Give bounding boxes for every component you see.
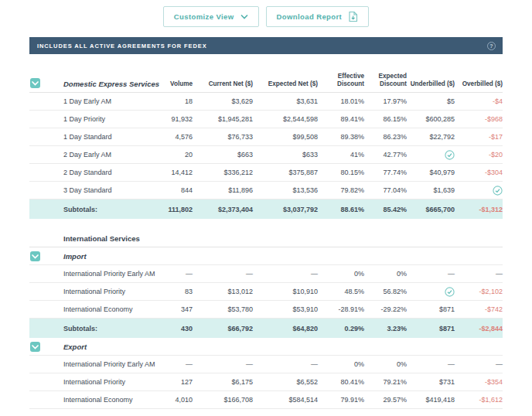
cell-value: $13,012 — [193, 288, 253, 295]
cell-value: 0.29% — [318, 325, 364, 332]
service-label: International Economy — [48, 305, 146, 313]
cell-value: $336,212 — [193, 169, 253, 176]
cell-value: 0% — [364, 360, 407, 368]
section-header-row: Domestic Express ServicesVolumeCurrent N… — [29, 70, 503, 93]
cell-value: 80.15% — [318, 169, 364, 176]
cell-value: 0% — [318, 270, 364, 278]
cell-value: — — [193, 270, 253, 278]
cell-value: 41% — [318, 151, 364, 159]
cell-value: -$17 — [455, 133, 503, 141]
cell-value: 48.5% — [318, 288, 364, 295]
cell-value: $3,629 — [193, 97, 253, 105]
section-title: Import — [48, 252, 146, 261]
column-header: Underbilled ($) — [407, 80, 455, 88]
cell-value: $76,733 — [193, 133, 253, 141]
cell-value — [455, 186, 503, 196]
cell-value: 18.01% — [318, 97, 364, 105]
cell-value: 0% — [364, 270, 407, 278]
cell-value: $1,945,281 — [193, 115, 253, 123]
cell-value: $419,418 — [407, 396, 455, 404]
cell-value: -$2,102 — [455, 288, 503, 295]
cell-value: 20 — [146, 151, 193, 159]
cell-value — [407, 287, 455, 297]
cell-value: $375,887 — [253, 169, 318, 176]
cell-value: $6,552 — [253, 378, 318, 386]
cell-value: 844 — [146, 186, 193, 194]
cell-value: $66,792 — [193, 325, 253, 332]
cell-value: 111,802 — [146, 206, 193, 213]
toolbar: Customize View Download Report — [0, 6, 532, 27]
section-checkbox[interactable] — [30, 78, 40, 88]
service-label: 2 Day Early AM — [48, 151, 146, 159]
download-file-icon — [348, 11, 358, 22]
table-row: International Economy4,010$166,708$584,5… — [29, 391, 503, 409]
cell-value: 79.21% — [364, 378, 407, 386]
cell-value: $5 — [407, 97, 455, 105]
service-label: 2 Day Standard — [48, 169, 146, 176]
section-checkbox[interactable] — [30, 342, 40, 352]
cell-value: $40,979 — [407, 169, 455, 176]
chevron-down-icon — [240, 14, 248, 19]
cell-value: 77.04% — [364, 186, 407, 194]
table-row: 1 Day Standard4,576$76,733$99,50889.38%8… — [29, 128, 503, 146]
table-row: 2 Day Standard14,412$336,212$375,88780.1… — [29, 164, 503, 182]
cell-value: $53,910 — [253, 305, 318, 313]
subtotals-label: Subtotals: — [48, 325, 146, 332]
service-label: 1 Day Early AM — [48, 97, 146, 105]
cell-value: — — [146, 360, 193, 368]
cell-value: 89.41% — [318, 115, 364, 123]
table-row: 2 Day Early AM20$663$63341%42.77%-$20 — [29, 146, 503, 164]
download-report-button[interactable]: Download Report — [266, 6, 370, 27]
cell-value: 77.74% — [364, 169, 407, 176]
table-row: 1 Day Priority91,932$1,945,281$2,544,598… — [29, 111, 503, 128]
cell-value: -$4 — [455, 97, 503, 105]
check-circle-icon — [445, 150, 455, 160]
service-label: 1 Day Standard — [48, 133, 146, 141]
check-circle-icon — [493, 186, 503, 196]
cell-value: $633 — [253, 151, 318, 159]
cell-value: $99,508 — [253, 133, 318, 141]
cell-value: $10,910 — [253, 288, 318, 295]
cell-value: $3,631 — [253, 97, 318, 105]
section-title: Domestic Express Services — [48, 80, 146, 88]
banner: INCLUDES ALL ACTIVE AGREEMENTS FOR FEDEX… — [29, 37, 503, 54]
customize-view-button[interactable]: Customize View — [163, 6, 259, 27]
checkbox-cell — [29, 251, 48, 261]
cell-value: — — [193, 360, 253, 368]
subtotals-row: Subtotals:430$66,792$64,8200.29%3.23%$87… — [29, 319, 503, 338]
section-title: Export — [48, 343, 146, 351]
cell-value: $11,896 — [193, 186, 253, 194]
column-header: Effective Discount — [318, 73, 364, 89]
cell-value: -$304 — [455, 169, 503, 176]
cell-value: 79.91% — [318, 396, 364, 404]
cell-value: 83 — [146, 288, 193, 295]
customize-view-label: Customize View — [174, 12, 234, 21]
question-circle-icon[interactable]: ? — [487, 42, 496, 50]
cell-value: 85.42% — [364, 206, 407, 213]
cell-value: 80.41% — [318, 378, 364, 386]
section-checkbox[interactable] — [30, 251, 40, 261]
cell-value: $2,373,404 — [193, 206, 253, 213]
category-title: International Services — [48, 234, 146, 243]
cell-value: 56.82% — [364, 288, 407, 295]
cell-value: 17.97% — [364, 97, 407, 105]
cell-value: -$1,312 — [455, 206, 503, 213]
cell-value: $22,792 — [407, 133, 455, 141]
cell-value: $6,175 — [193, 378, 253, 386]
column-header: Expected Discount — [364, 73, 407, 89]
section-header-row: Export — [29, 338, 503, 356]
checkbox-cell — [29, 342, 48, 352]
cell-value: 29.57% — [364, 396, 407, 404]
cell-value: $166,708 — [193, 396, 253, 404]
cell-value: 86.15% — [364, 115, 407, 123]
cell-value: $600,285 — [407, 115, 455, 123]
service-label: 3 Day Standard — [48, 186, 146, 194]
cell-value: $13,536 — [253, 186, 318, 194]
table-row: International Priority127$6,175$6,55280.… — [29, 373, 503, 391]
column-header: Expected Net ($) — [253, 80, 318, 88]
cell-value: 4,010 — [146, 396, 193, 404]
cell-value: 14,412 — [146, 169, 193, 176]
table-row: International Economy347$53,780$53,910-2… — [29, 301, 503, 319]
cell-value: $584,514 — [253, 396, 318, 404]
category-header-row: International Services — [29, 230, 503, 247]
